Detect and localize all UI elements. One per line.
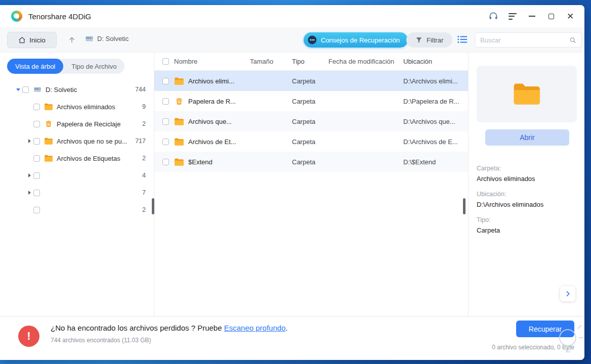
tree-item[interactable]: 7 bbox=[0, 184, 154, 201]
cell-name: Papelera de R... bbox=[188, 98, 250, 105]
column-header-size[interactable]: Tamaño bbox=[250, 58, 292, 65]
checkbox[interactable] bbox=[33, 172, 40, 179]
recovery-tips-button[interactable]: Consejos de Recuperación bbox=[304, 32, 408, 48]
close-button[interactable]: ✕ bbox=[563, 9, 577, 23]
trash-icon bbox=[174, 97, 184, 106]
expand-arrow-icon[interactable] bbox=[14, 85, 22, 94]
tree-item-count: 744 bbox=[135, 86, 154, 93]
filter-button[interactable]: Filtrar bbox=[406, 32, 452, 48]
row-checkbox[interactable] bbox=[162, 98, 169, 105]
column-header-date[interactable]: Fecha de modificación bbox=[328, 58, 403, 65]
home-button[interactable]: Inicio bbox=[7, 32, 57, 48]
checkbox[interactable] bbox=[33, 121, 40, 127]
tree-item-count: 4 bbox=[142, 172, 154, 179]
checkbox[interactable] bbox=[22, 86, 29, 93]
field-label-type: Tipo: bbox=[477, 216, 578, 223]
tree-item[interactable]: 2 bbox=[0, 201, 154, 218]
app-logo-icon bbox=[11, 11, 22, 22]
trash-icon bbox=[44, 120, 53, 128]
row-checkbox[interactable] bbox=[162, 118, 169, 125]
field-value-type: Carpeta bbox=[477, 226, 578, 234]
expand-arrow-icon[interactable] bbox=[25, 137, 33, 145]
column-header-type[interactable]: Tipo bbox=[292, 58, 328, 65]
footer-bar: ! ¿No ha encontrado los archivos perdido… bbox=[0, 316, 584, 360]
table-row[interactable]: $ExtendCarpetaD:\$Extend bbox=[154, 152, 468, 172]
recover-button[interactable]: Recuperar bbox=[516, 321, 574, 337]
tree-item[interactable]: D: Solvetic744 bbox=[0, 81, 154, 98]
table-row[interactable]: Archivos elimi...CarpetaD:\Archivos elim… bbox=[154, 71, 468, 91]
tab-file-type[interactable]: Tipo de Archivo bbox=[63, 59, 124, 74]
field-label-folder: Carpeta: bbox=[477, 165, 578, 172]
alert-icon: ! bbox=[18, 326, 39, 347]
open-button[interactable]: Abrir bbox=[485, 129, 569, 146]
checkbox[interactable] bbox=[33, 155, 40, 162]
row-checkbox[interactable] bbox=[162, 159, 169, 165]
expand-arrow-icon[interactable] bbox=[25, 171, 33, 179]
folder-icon bbox=[174, 117, 184, 126]
folder-icon bbox=[174, 117, 184, 126]
folder-icon bbox=[174, 138, 184, 146]
up-arrow-button[interactable] bbox=[68, 36, 76, 46]
sidebar-view-switch: Vista de árbol Tipo de Archivo bbox=[7, 59, 124, 74]
minimize-button[interactable] bbox=[525, 9, 539, 23]
checkbox[interactable] bbox=[33, 138, 40, 145]
scan-stats: 744 archivos encontrados (11.03 GB) bbox=[51, 337, 151, 344]
tree-item[interactable]: Archivos eliminados9 bbox=[0, 98, 154, 115]
field-value-location: D:\Archivos eliminados bbox=[477, 201, 578, 208]
toolbar: Inicio D: Solvetic Consejos de Recuperac… bbox=[0, 27, 584, 53]
deep-scan-link[interactable]: Escaneo profundo bbox=[224, 324, 286, 332]
recycle-bin-icon bbox=[174, 97, 184, 106]
cell-location: D:\Archivos que... bbox=[403, 118, 468, 125]
tree-item[interactable]: Archivos que no se pu...717 bbox=[0, 132, 154, 150]
table-row[interactable]: Papelera de R...CarpetaD:\Papelera de R.… bbox=[154, 91, 468, 111]
sidebar: Vista de árbol Tipo de Archivo D: Solvet… bbox=[0, 53, 154, 316]
expand-arrow-icon bbox=[25, 120, 33, 128]
list-view-icon bbox=[457, 34, 468, 44]
column-header-name[interactable]: Nombre bbox=[174, 58, 250, 65]
row-checkbox[interactable] bbox=[162, 78, 169, 84]
folder-icon bbox=[174, 77, 184, 85]
next-panel-button[interactable] bbox=[560, 286, 575, 301]
folder-icon bbox=[174, 158, 184, 166]
list-view-button[interactable] bbox=[457, 34, 468, 47]
checkbox[interactable] bbox=[33, 104, 40, 110]
cell-location: D:\Papelera de R... bbox=[403, 98, 468, 105]
tips-icon bbox=[308, 35, 317, 44]
tree-item-label: D: Solvetic bbox=[46, 86, 135, 94]
search-icon[interactable] bbox=[569, 36, 576, 44]
table-body: Archivos elimi...CarpetaD:\Archivos elim… bbox=[154, 71, 468, 172]
footer-message: ¿No ha encontrado los archivos perdidos … bbox=[51, 324, 288, 332]
column-header-location[interactable]: Ubicación bbox=[403, 58, 468, 65]
support-headset-button[interactable] bbox=[486, 9, 500, 23]
table-row[interactable]: Archivos que...CarpetaD:\Archivos que... bbox=[154, 111, 468, 131]
table-scrollbar-thumb[interactable] bbox=[463, 198, 466, 214]
minimize-icon bbox=[529, 16, 535, 17]
select-all-checkbox[interactable] bbox=[162, 58, 169, 65]
tree-item-count: 9 bbox=[142, 103, 154, 110]
checkbox[interactable] bbox=[33, 207, 40, 213]
tree-item[interactable]: Papelera de Reciclaje2 bbox=[0, 115, 154, 132]
expand-arrow-icon[interactable] bbox=[25, 189, 33, 197]
preview-panel: Abrir Carpeta: Archivos eliminados Ubica… bbox=[468, 53, 584, 316]
recycle-bin-icon bbox=[44, 120, 53, 128]
folder-icon bbox=[44, 103, 53, 111]
row-checkbox[interactable] bbox=[162, 139, 169, 145]
menu-button[interactable] bbox=[505, 9, 520, 23]
checkbox[interactable] bbox=[33, 190, 40, 196]
folder-tree: D: Solvetic744Archivos eliminados9Papele… bbox=[0, 81, 154, 218]
cell-name: Archivos elimi... bbox=[188, 77, 250, 85]
title-bar: Tenorshare 4DDiG ✕ bbox=[0, 5, 584, 27]
maximize-button[interactable] bbox=[544, 9, 558, 23]
table-row[interactable]: Archivos de Et...CarpetaD:\Archivos de E… bbox=[154, 131, 468, 152]
cell-location: D:\Archivos de E... bbox=[403, 138, 468, 146]
current-drive[interactable]: D: Solvetic bbox=[85, 34, 129, 43]
tree-item[interactable]: Archivos de Etiquetas2 bbox=[0, 150, 154, 167]
chevron-right-icon bbox=[564, 290, 572, 298]
tree-item[interactable]: 4 bbox=[0, 167, 154, 184]
drive-icon bbox=[85, 34, 94, 43]
up-arrow-icon bbox=[68, 36, 76, 44]
cell-name: Archivos de Et... bbox=[188, 138, 250, 146]
cell-type: Carpeta bbox=[292, 77, 328, 85]
search-input[interactable] bbox=[480, 36, 569, 44]
tab-tree-view[interactable]: Vista de árbol bbox=[7, 59, 63, 74]
